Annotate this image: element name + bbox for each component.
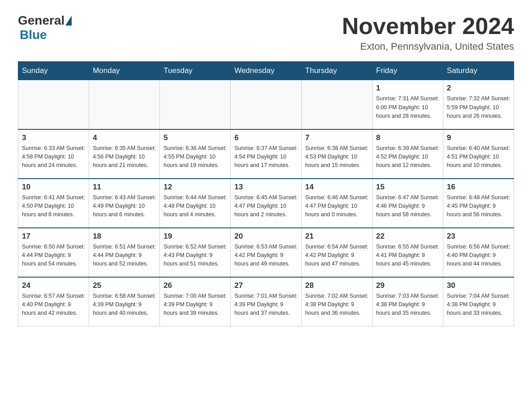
day-number: 17 xyxy=(22,232,85,241)
table-row: 21Sunrise: 6:54 AM Sunset: 4:42 PM Dayli… xyxy=(301,228,372,277)
logo: General xyxy=(18,13,73,28)
logo-triangle-icon xyxy=(65,16,72,26)
table-row xyxy=(18,80,89,129)
header-thursday: Thursday xyxy=(301,62,372,80)
calendar-week-row: 24Sunrise: 6:57 AM Sunset: 4:40 PM Dayli… xyxy=(18,277,514,326)
table-row xyxy=(301,80,372,129)
header-friday: Friday xyxy=(372,62,443,80)
day-info: Sunrise: 6:56 AM Sunset: 4:40 PM Dayligh… xyxy=(447,243,510,269)
day-info: Sunrise: 7:04 AM Sunset: 4:38 PM Dayligh… xyxy=(447,292,510,318)
day-number: 20 xyxy=(234,232,297,241)
day-info: Sunrise: 6:45 AM Sunset: 4:47 PM Dayligh… xyxy=(234,193,297,219)
table-row: 12Sunrise: 6:44 AM Sunset: 4:48 PM Dayli… xyxy=(160,179,231,228)
day-info: Sunrise: 7:32 AM Sunset: 5:59 PM Dayligh… xyxy=(447,94,510,120)
logo-general-text: General xyxy=(18,13,64,28)
day-number: 24 xyxy=(22,281,85,290)
calendar-week-row: 10Sunrise: 6:41 AM Sunset: 4:50 PM Dayli… xyxy=(18,179,514,228)
table-row: 30Sunrise: 7:04 AM Sunset: 4:38 PM Dayli… xyxy=(443,277,514,326)
day-info: Sunrise: 7:02 AM Sunset: 4:38 PM Dayligh… xyxy=(305,292,369,318)
calendar-table: Sunday Monday Tuesday Wednesday Thursday… xyxy=(18,61,514,326)
day-number: 28 xyxy=(305,281,369,290)
table-row: 15Sunrise: 6:47 AM Sunset: 4:46 PM Dayli… xyxy=(372,179,443,228)
day-info: Sunrise: 6:51 AM Sunset: 4:44 PM Dayligh… xyxy=(93,243,156,269)
table-row: 20Sunrise: 6:53 AM Sunset: 4:42 PM Dayli… xyxy=(231,228,301,277)
day-info: Sunrise: 6:50 AM Sunset: 4:44 PM Dayligh… xyxy=(22,243,85,269)
day-number: 14 xyxy=(305,183,369,192)
day-info: Sunrise: 7:31 AM Sunset: 6:00 PM Dayligh… xyxy=(376,94,439,120)
day-info: Sunrise: 6:54 AM Sunset: 4:42 PM Dayligh… xyxy=(305,243,369,269)
day-number: 11 xyxy=(93,183,156,192)
day-number: 4 xyxy=(93,133,156,142)
day-info: Sunrise: 7:03 AM Sunset: 4:38 PM Dayligh… xyxy=(376,292,439,318)
day-number: 10 xyxy=(22,183,85,192)
day-info: Sunrise: 6:40 AM Sunset: 4:51 PM Dayligh… xyxy=(447,144,510,170)
day-number: 22 xyxy=(376,232,439,241)
logo-area: General Blue xyxy=(18,13,73,42)
header: General Blue November 2024 Exton, Pennsy… xyxy=(18,13,514,52)
day-number: 9 xyxy=(447,133,510,142)
day-number: 12 xyxy=(163,183,227,192)
day-number: 18 xyxy=(93,232,156,241)
table-row: 9Sunrise: 6:40 AM Sunset: 4:51 PM Daylig… xyxy=(443,129,514,179)
day-number: 2 xyxy=(447,84,510,93)
day-number: 25 xyxy=(93,281,156,290)
table-row: 18Sunrise: 6:51 AM Sunset: 4:44 PM Dayli… xyxy=(89,228,160,277)
table-row xyxy=(160,80,231,129)
location-title: Exton, Pennsylvania, United States xyxy=(342,41,514,52)
table-row: 28Sunrise: 7:02 AM Sunset: 4:38 PM Dayli… xyxy=(301,277,372,326)
day-number: 1 xyxy=(376,84,439,93)
day-number: 6 xyxy=(234,133,297,142)
calendar-week-row: 3Sunrise: 6:33 AM Sunset: 4:58 PM Daylig… xyxy=(18,129,514,179)
header-wednesday: Wednesday xyxy=(231,62,301,80)
logo-blue-text: Blue xyxy=(20,28,47,42)
title-area: November 2024 Exton, Pennsylvania, Unite… xyxy=(342,13,514,52)
day-info: Sunrise: 6:41 AM Sunset: 4:50 PM Dayligh… xyxy=(22,193,85,219)
table-row: 13Sunrise: 6:45 AM Sunset: 4:47 PM Dayli… xyxy=(231,179,301,228)
day-info: Sunrise: 6:57 AM Sunset: 4:40 PM Dayligh… xyxy=(22,292,85,318)
day-number: 26 xyxy=(163,281,227,290)
day-number: 21 xyxy=(305,232,369,241)
day-number: 15 xyxy=(376,183,439,192)
table-row: 16Sunrise: 6:48 AM Sunset: 4:45 PM Dayli… xyxy=(443,179,514,228)
month-title: November 2024 xyxy=(342,13,514,39)
day-info: Sunrise: 6:44 AM Sunset: 4:48 PM Dayligh… xyxy=(163,193,227,219)
table-row: 2Sunrise: 7:32 AM Sunset: 5:59 PM Daylig… xyxy=(443,80,514,129)
table-row: 14Sunrise: 6:46 AM Sunset: 4:47 PM Dayli… xyxy=(301,179,372,228)
day-info: Sunrise: 6:35 AM Sunset: 4:56 PM Dayligh… xyxy=(93,144,156,170)
table-row: 3Sunrise: 6:33 AM Sunset: 4:58 PM Daylig… xyxy=(18,129,89,179)
day-info: Sunrise: 6:48 AM Sunset: 4:45 PM Dayligh… xyxy=(447,193,510,219)
day-info: Sunrise: 6:52 AM Sunset: 4:43 PM Dayligh… xyxy=(163,243,227,269)
table-row xyxy=(231,80,301,129)
day-info: Sunrise: 6:38 AM Sunset: 4:53 PM Dayligh… xyxy=(305,144,369,170)
day-number: 13 xyxy=(234,183,297,192)
calendar-week-row: 1Sunrise: 7:31 AM Sunset: 6:00 PM Daylig… xyxy=(18,80,514,129)
day-number: 27 xyxy=(234,281,297,290)
table-row: 26Sunrise: 7:00 AM Sunset: 4:39 PM Dayli… xyxy=(160,277,231,326)
day-number: 29 xyxy=(376,281,439,290)
table-row: 1Sunrise: 7:31 AM Sunset: 6:00 PM Daylig… xyxy=(372,80,443,129)
table-row: 5Sunrise: 6:36 AM Sunset: 4:55 PM Daylig… xyxy=(160,129,231,179)
day-info: Sunrise: 7:01 AM Sunset: 4:39 PM Dayligh… xyxy=(234,292,297,318)
table-row: 29Sunrise: 7:03 AM Sunset: 4:38 PM Dayli… xyxy=(372,277,443,326)
table-row: 11Sunrise: 6:43 AM Sunset: 4:49 PM Dayli… xyxy=(89,179,160,228)
day-number: 16 xyxy=(447,183,510,192)
table-row: 24Sunrise: 6:57 AM Sunset: 4:40 PM Dayli… xyxy=(18,277,89,326)
table-row: 23Sunrise: 6:56 AM Sunset: 4:40 PM Dayli… xyxy=(443,228,514,277)
day-number: 30 xyxy=(447,281,510,290)
table-row: 27Sunrise: 7:01 AM Sunset: 4:39 PM Dayli… xyxy=(231,277,301,326)
table-row: 19Sunrise: 6:52 AM Sunset: 4:43 PM Dayli… xyxy=(160,228,231,277)
table-row: 25Sunrise: 6:58 AM Sunset: 4:39 PM Dayli… xyxy=(89,277,160,326)
day-number: 19 xyxy=(163,232,227,241)
day-info: Sunrise: 6:47 AM Sunset: 4:46 PM Dayligh… xyxy=(376,193,439,219)
day-number: 5 xyxy=(163,133,227,142)
day-number: 7 xyxy=(305,133,369,142)
day-info: Sunrise: 6:33 AM Sunset: 4:58 PM Dayligh… xyxy=(22,144,85,170)
day-info: Sunrise: 6:43 AM Sunset: 4:49 PM Dayligh… xyxy=(93,193,156,219)
table-row: 7Sunrise: 6:38 AM Sunset: 4:53 PM Daylig… xyxy=(301,129,372,179)
day-info: Sunrise: 6:39 AM Sunset: 4:52 PM Dayligh… xyxy=(376,144,439,170)
day-number: 3 xyxy=(22,133,85,142)
day-info: Sunrise: 6:55 AM Sunset: 4:41 PM Dayligh… xyxy=(376,243,439,269)
day-number: 8 xyxy=(376,133,439,142)
day-info: Sunrise: 7:00 AM Sunset: 4:39 PM Dayligh… xyxy=(163,292,227,318)
table-row: 17Sunrise: 6:50 AM Sunset: 4:44 PM Dayli… xyxy=(18,228,89,277)
